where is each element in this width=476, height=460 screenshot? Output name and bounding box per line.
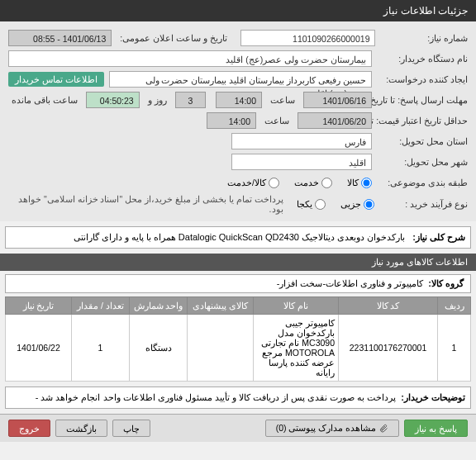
deadline-time: 14:00 xyxy=(216,92,262,108)
contact-buyer-button[interactable]: اطلاعات تماس خریدار xyxy=(8,72,104,87)
radio-full[interactable]: یکجا xyxy=(297,199,326,210)
days-value: 3 xyxy=(175,92,207,108)
radio-service[interactable]: خدمت xyxy=(294,178,332,188)
items-table: ردیف کد کالا نام کالا کالای پیشنهادی واح… xyxy=(5,296,471,382)
items-section-header: اطلاعات کالاهای مورد نیاز xyxy=(0,254,476,271)
page-title: جزئیات اطلاعات نیاز xyxy=(383,5,468,17)
col-date: تاریخ نیاز xyxy=(6,297,72,315)
page-header: جزئیات اطلاعات نیاز xyxy=(0,0,476,21)
reply-button[interactable]: پاسخ به نیاز xyxy=(404,420,468,437)
buy-type-radio-group: جزیی یکجا xyxy=(297,199,374,210)
table-header-row: ردیف کد کالا نام کالا کالای پیشنهادی واح… xyxy=(6,297,471,315)
buy-note: پرداخت تمام یا بخشی از مبلغ خرید،از محل … xyxy=(8,194,283,214)
buyer-notes-text: پرداخت به صورت نقدی پس از دریافت کالا و … xyxy=(36,392,397,403)
req-creator-label: ایجاد کننده درخواست: xyxy=(377,74,468,84)
min-valid-label: حداقل تاریخ اعتبار قیمت: تا تاریخ: xyxy=(377,116,468,126)
col-idx: ردیف xyxy=(438,297,471,315)
city-value: اقلید xyxy=(231,154,372,170)
radio-goods-input[interactable] xyxy=(361,178,372,188)
province-label: استان محل تحویل: xyxy=(377,136,468,146)
time-label-1: ساعت xyxy=(270,95,295,105)
remain-time: 04:50:23 xyxy=(86,92,140,108)
min-valid-time: 14:00 xyxy=(207,112,256,129)
cell-idx: 1 xyxy=(438,315,471,382)
remain-label: ساعت باقی مانده xyxy=(12,95,78,105)
cell-unit: دستگاه xyxy=(130,315,188,382)
cell-suggest xyxy=(188,315,254,382)
buyer-dev-label: نام دستگاه خریدار: xyxy=(377,54,468,64)
time-label-2: ساعت xyxy=(264,116,289,126)
deadline-label: مهلت ارسال پاسخ: تا تاریخ: xyxy=(377,95,468,105)
category-radio-group: کالا خدمت کالا/خدمت xyxy=(227,178,372,188)
cell-name: کامپیوتر جیبی بارکدخوان مدل MC3090 نام ت… xyxy=(254,315,339,382)
group-text: کامپیوتر و فناوری اطلاعات-سخت افزار- xyxy=(277,278,424,289)
cell-code: 2231100176270001 xyxy=(339,315,438,382)
table-row[interactable]: 1 2231100176270001 کامپیوتر جیبی بارکدخو… xyxy=(6,315,471,382)
col-suggest: کالای پیشنهادی xyxy=(188,297,254,315)
back-button[interactable]: بازگشت xyxy=(55,420,107,437)
col-code: کد کالا xyxy=(339,297,438,315)
buyer-notes-box: توضیحات خریدار: پرداخت به صورت نقدی پس ا… xyxy=(5,386,471,409)
col-qty: تعداد / مقدار xyxy=(72,297,130,315)
radio-service-input[interactable] xyxy=(321,178,332,188)
radio-partial[interactable]: جزیی xyxy=(340,199,374,210)
col-unit: واحد شمارش xyxy=(130,297,188,315)
attachments-label: مشاهده مدارک پیوستی (0) xyxy=(276,423,377,433)
category-label: طبقه بندی موضوعی: xyxy=(377,178,468,187)
province-value: فارس xyxy=(231,133,372,149)
cell-date: 1401/06/22 xyxy=(6,315,72,382)
day-label: روز و xyxy=(148,95,167,105)
footer: پاسخ به نیاز مشاهده مدارک پیوستی (0) چاپ… xyxy=(0,414,476,442)
group-row: گروه کالا: کامپیوتر و فناوری اطلاعات-سخت… xyxy=(5,274,471,293)
buy-type-label: نوع فرآیند خرید : xyxy=(379,199,468,209)
radio-both[interactable]: کالا/خدمت xyxy=(227,178,279,188)
need-no-label: شماره نیاز: xyxy=(380,33,468,43)
deadline-date: 1401/06/16 xyxy=(303,92,372,108)
desc-label: شرح کلی نیاز: xyxy=(412,232,465,242)
need-no-value: 1101090266000019 xyxy=(240,30,376,46)
announce-value: 1401/06/13 - 08:55 xyxy=(8,30,112,46)
description-box: شرح کلی نیاز: بارکدخوان دوبعدی دیتالاجیک… xyxy=(5,226,471,249)
form-area: شماره نیاز: 1101090266000019 تاریخ و ساع… xyxy=(0,21,476,221)
buyer-notes-label: توضیحات خریدار: xyxy=(401,392,465,403)
min-valid-date: 1401/06/20 xyxy=(298,112,372,129)
paperclip-icon xyxy=(378,424,388,434)
radio-goods[interactable]: کالا xyxy=(347,178,372,188)
exit-button[interactable]: خروج xyxy=(8,420,50,437)
attachments-button[interactable]: مشاهده مدارک پیوستی (0) xyxy=(265,420,400,437)
req-creator-value: حسین رفیعی کاربرداز بیمارستان اقلید بیما… xyxy=(109,71,372,88)
print-button[interactable]: چاپ xyxy=(112,420,150,437)
announce-label: تاریخ و ساعت اعلان عمومی: xyxy=(120,33,227,43)
buyer-dev-value: بیمارستان حضرت ولی عصر(عج) اقلید xyxy=(8,50,372,67)
city-label: شهر محل تحویل: xyxy=(377,157,468,167)
radio-both-input[interactable] xyxy=(269,178,279,188)
cell-qty: 1 xyxy=(72,315,130,382)
group-label: گروه کالا: xyxy=(428,278,464,289)
col-name: نام کالا xyxy=(254,297,339,315)
desc-text: بارکدخوان دوبعدی دیتالاجیک Datalogic Qui… xyxy=(74,232,406,242)
radio-partial-input[interactable] xyxy=(364,199,374,210)
radio-full-input[interactable] xyxy=(315,199,326,210)
